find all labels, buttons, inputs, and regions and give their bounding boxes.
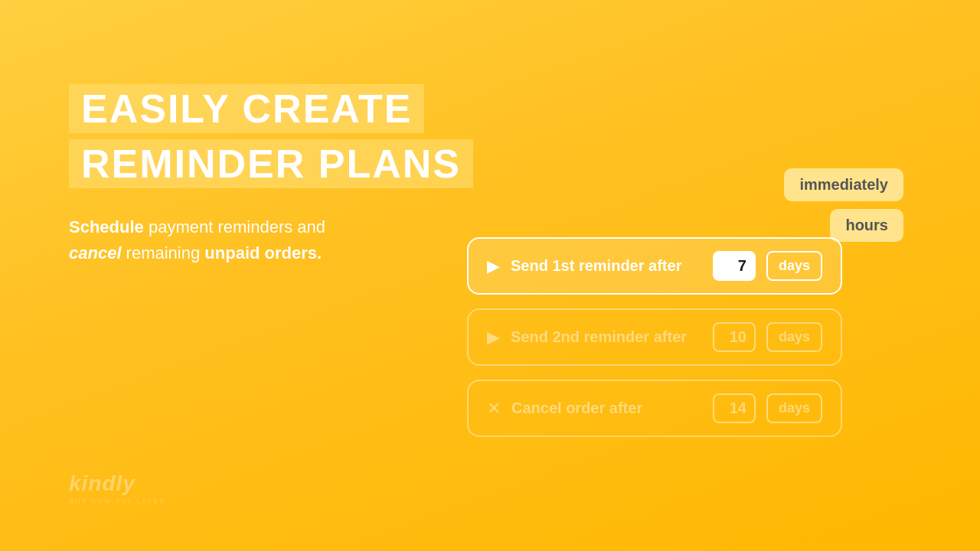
cards-section: ▶ Send 1st reminder after days ▶ Send 2n… (467, 237, 842, 437)
desc-unpaid: unpaid orders. (204, 243, 322, 262)
reminder-card-1: ▶ Send 1st reminder after days (467, 237, 842, 295)
card3-label: Cancel order after (511, 399, 702, 417)
kindly-logo: kindly buy now pay later (69, 471, 166, 505)
card2-label: Send 2nd reminder after (511, 328, 702, 346)
reminder-card-3: ✕ Cancel order after days (467, 380, 842, 437)
title-line2: REMINDER PLANS (81, 142, 461, 186)
title-section: EASILY CREATE REMINDER PLANS (69, 84, 473, 194)
reminder-card-2: ▶ Send 2nd reminder after days (467, 308, 842, 366)
card3-value-input[interactable] (713, 393, 756, 423)
title-line2-bg: REMINDER PLANS (69, 139, 473, 188)
desc-schedule: Schedule (69, 217, 144, 236)
description-text: Schedule payment reminders and cancel re… (69, 214, 368, 266)
immediately-badge[interactable]: immediately (784, 168, 903, 201)
desc-part2: payment reminders and (144, 217, 325, 236)
card2-icon: ▶ (487, 328, 500, 347)
card1-label: Send 1st reminder after (511, 257, 702, 275)
main-container: EASILY CREATE REMINDER PLANS Schedule pa… (0, 0, 980, 551)
card1-icon: ▶ (487, 256, 500, 276)
card1-unit[interactable]: days (766, 251, 822, 281)
kindly-logo-name: kindly (69, 471, 166, 496)
dropdown-badges: immediately hours (784, 168, 903, 242)
kindly-logo-tagline: buy now pay later (69, 497, 166, 505)
card3-unit[interactable]: days (766, 393, 822, 423)
title-line1: EASILY CREATE (81, 86, 412, 131)
desc-cancel: cancel (69, 243, 122, 262)
desc-part4: remaining (122, 243, 205, 262)
card2-value-input[interactable] (713, 322, 756, 352)
card1-value-input[interactable] (713, 251, 756, 281)
card3-icon: ✕ (487, 399, 501, 419)
title-line1-bg: EASILY CREATE (69, 84, 424, 133)
card2-unit[interactable]: days (766, 322, 822, 352)
